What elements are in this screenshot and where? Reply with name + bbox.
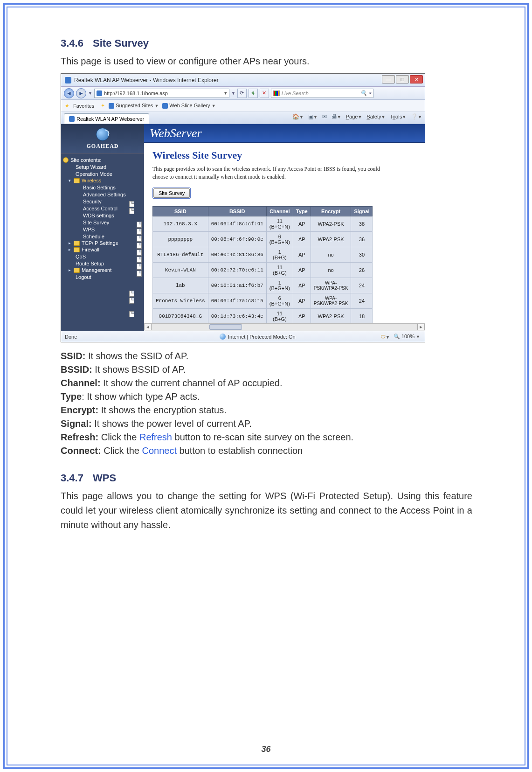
cell: AP [293,247,311,262]
back-button[interactable]: ◄ [64,88,74,98]
mail-icon[interactable]: ✉ [322,113,327,120]
minimize-button[interactable]: — [382,75,395,83]
sidebar-item-management[interactable]: ▸Management [63,267,142,273]
close-button[interactable]: ✕ [410,75,423,83]
maximize-button[interactable]: □ [396,75,409,83]
address-bar[interactable]: http://192.168.1.1/home.asp ▾ [94,89,229,98]
feeds-icon[interactable]: ▣▼ [308,113,318,120]
cell: 26 [351,262,373,278]
sidebar-item-route-setup[interactable]: Route Setup [63,260,142,267]
sidebar-item-label: Advanced Settings [83,192,126,197]
tools-menu[interactable]: Tools▼ [390,114,406,119]
page-menu[interactable]: Page▼ [346,114,362,119]
scroll-right-button[interactable]: ► [417,324,425,330]
tree-toggle-icon[interactable]: ▸ [69,247,71,252]
zoom-control[interactable]: 🔍 100% ▼ [394,334,420,340]
protected-mode-icon[interactable]: 🛡▼ [380,334,390,340]
table-row: 001D73C64348_G00:1d:73:c6:43:4c11(B+G)AP… [153,308,373,324]
def-link: Connect [142,445,177,456]
cell: WPA2-PSK [311,231,351,247]
tree-toggle-icon[interactable]: ▸ [69,268,71,272]
cell: 00:1d:73:c6:43:4c [208,308,266,324]
brand-logo: GOAHEAD [61,124,144,154]
home-icon[interactable]: 🏠▼ [292,113,304,120]
sidebar-item-label: Schedule [83,234,104,239]
page-icon [137,236,142,242]
def-term: Signal: [61,418,92,429]
stop-button[interactable]: ✕ [260,89,269,98]
section-3.4.7-intro: This page allows you to change the setti… [61,489,472,532]
safety-menu[interactable]: Safety▼ [366,114,385,119]
table-row: 192.168.3.X00:06:4f:8c:cf:9111(B+G+N)APW… [153,216,373,231]
help-icon[interactable]: ❔▼ [411,113,422,120]
refresh-button[interactable]: ⟳ [237,89,247,98]
sidebar-item-tcp-ip-settings[interactable]: ▸TCP/IP Settings [63,240,142,246]
go-button[interactable]: ↯ [249,89,258,98]
scroll-left-button[interactable]: ◄ [144,324,152,330]
cell: 24 [351,293,373,308]
favorites-label[interactable]: Favorites [73,103,94,109]
print-icon[interactable]: 🖶▼ [332,113,341,120]
address-options-icon[interactable]: ▼ [231,91,235,96]
search-box[interactable]: Live Search 🔍 ▾ [271,89,373,98]
tree-toggle-icon[interactable]: ▾ [69,178,71,183]
search-dropdown-icon[interactable]: ▾ [369,91,371,96]
sidebar-item-label: Management [82,267,111,273]
history-dropdown-icon[interactable]: ▼ [88,91,92,96]
address-dropdown-icon[interactable]: ▾ [224,90,227,96]
sidebar-item-setup-wizard[interactable]: Setup Wizard [63,163,142,170]
cell: 6(B+G+N) [266,293,293,308]
page-icon [129,201,134,207]
cell: 00:e0:4c:81:86:86 [208,247,266,262]
main-panel: WebServer Wireless Site Survey This page… [144,124,425,331]
add-favorite-icon[interactable]: ✦ [101,103,105,109]
section-3.4.6-heading: 3.4.6 Site Survey [61,37,472,49]
status-mid-text: Internet | Protected Mode: On [228,334,296,340]
cell: 24 [351,278,373,293]
sidebar-item-qos[interactable]: QoS [63,253,142,260]
sidebar-item-wireless[interactable]: ▾Wireless [63,177,142,184]
status-bar: Done Internet | Protected Mode: On 🛡▼ 🔍 … [61,331,425,342]
sidebar-item-label: Site Survey [83,220,109,225]
window-titlebar: Realtek WLAN AP Webserver - Windows Inte… [61,74,425,87]
cell: 11(B+G) [266,262,293,278]
page-icon [129,311,134,317]
cell: lab [153,278,208,293]
definition-ssid: SSID: It shows the SSID of AP. [61,351,472,362]
sidebar-item-basic-settings[interactable]: Basic Settings [63,184,142,191]
status-left: Done [61,334,77,340]
def-term: Type [61,391,82,402]
sidebar-item-operation-mode[interactable]: Operation Mode [63,170,142,177]
sidebar-item-advanced-settings[interactable]: Advanced Settings [63,191,142,198]
definition-encrypt: Encrypt: It shows the encryption status. [61,405,472,416]
browser-tab[interactable]: Realtek WLAN AP Webserver [64,113,149,124]
definition-connect: Connect: Click the Connect button to est… [61,445,472,456]
cell: 192.168.3.X [153,216,208,231]
sidebar-item-logout[interactable]: Logout [63,273,142,280]
brand-text: GOAHEAD [86,143,118,150]
sidebar-item-wps[interactable]: WPS [63,226,142,233]
page-icon [129,298,134,304]
col-type: Type [293,206,311,216]
def-term: Channel: [61,378,101,388]
tree-toggle-icon[interactable]: ▸ [69,241,71,245]
sidebar-item-site-survey[interactable]: Site Survey [63,219,142,226]
scroll-thumb[interactable] [209,324,242,330]
cell: WPA-PSK/WPA2-PSK [311,278,351,293]
forward-button[interactable]: ► [76,88,86,98]
tab-title: Realtek WLAN AP Webserver [76,116,144,122]
site-survey-button[interactable]: Site Survey [153,188,190,198]
def-term: Encrypt: [61,405,98,415]
horizontal-scrollbar[interactable]: ◄ ► [144,323,425,331]
cell: 38 [351,216,373,231]
sidebar-item-schedule[interactable]: Schedule [63,233,142,240]
cell: Pronets Wireless [153,293,208,308]
web-slice-link[interactable]: Web Slice Gallery ▼ [162,103,215,109]
search-icon[interactable]: 🔍 [360,90,367,96]
suggested-sites-link[interactable]: Suggested Sites ▼ [109,103,159,109]
sidebar-item-firewall[interactable]: ▸Firewall [63,246,142,253]
sidebar-item-label: Route Setup [76,261,104,266]
net-icon [63,157,69,163]
cell: 00:02:72:70:e6:11 [208,262,266,278]
favorites-star-icon[interactable]: ★ [65,103,69,109]
